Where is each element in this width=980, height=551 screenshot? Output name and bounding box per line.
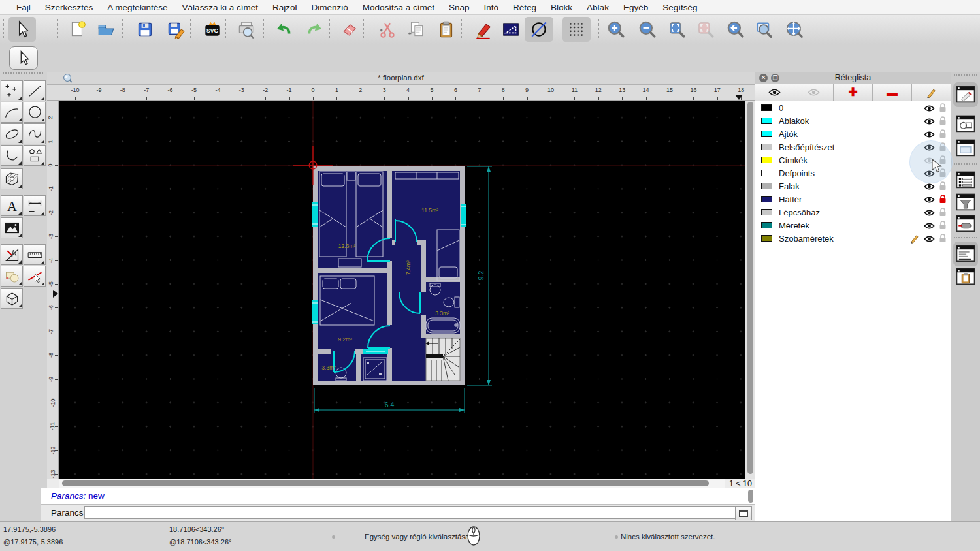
menu-item-egy-b[interactable]: Egyéb (616, 3, 655, 12)
edit-layer-button[interactable] (912, 84, 951, 101)
redo-button[interactable] (301, 17, 330, 42)
delete-button[interactable] (335, 17, 364, 42)
dock-layer-list-button[interactable] (953, 82, 978, 107)
paste-button[interactable] (432, 17, 461, 42)
tool-dimension-button[interactable] (24, 195, 46, 216)
dock-block-list-button[interactable] (953, 112, 978, 136)
save-button[interactable] (131, 17, 159, 42)
drawing-canvas[interactable]: 12.3m² 11.5m² 7.4m² 9.2m² 3.3m² 3.3m² 9.… (59, 101, 745, 479)
save-as-button[interactable] (161, 17, 190, 42)
ortho-mode-button[interactable] (497, 17, 525, 42)
menu-item-f-jl[interactable]: Fájl (9, 3, 38, 12)
menu-item-v-lassza-ki-a-c-met[interactable]: Válassza ki a címet (175, 3, 265, 12)
pan-button[interactable] (780, 17, 809, 42)
tool-ellipse-button[interactable] (1, 123, 23, 144)
layer-lock-toggle[interactable] (939, 129, 947, 141)
lock-icon[interactable] (939, 103, 947, 112)
tool-snap-edit-button[interactable] (24, 266, 46, 287)
lock-icon[interactable] (939, 181, 947, 191)
undo-button[interactable] (269, 17, 297, 42)
zoom-window-button[interactable] (750, 17, 779, 42)
layer-visibility-toggle[interactable] (924, 234, 935, 245)
layer-lock-toggle[interactable] (939, 142, 947, 154)
lock-icon[interactable] (939, 142, 947, 151)
canvas-horizontal-scrollbar[interactable] (59, 479, 725, 488)
selection-tool-button[interactable] (9, 46, 38, 70)
menu-item-seg-ts-g[interactable]: Segítség (655, 3, 704, 12)
menu-item-r-teg[interactable]: Réteg (506, 3, 544, 12)
layer-color-swatch[interactable] (761, 209, 772, 215)
dock-view-list-button[interactable] (953, 168, 978, 193)
menu-item-szerkeszt-s[interactable]: Szerkesztés (38, 3, 101, 12)
eye-icon[interactable] (924, 157, 935, 165)
tool-measure-button[interactable] (24, 244, 46, 265)
add-layer-button[interactable]: ✚ (834, 84, 873, 101)
layer-row[interactable]: Címkék (755, 153, 951, 166)
eye-icon[interactable] (924, 131, 935, 138)
menu-item-a-megtekint-se[interactable]: A megtekintése (100, 3, 174, 12)
layer-visibility-toggle[interactable] (924, 208, 935, 219)
menu-item-blokk[interactable]: Blokk (544, 3, 580, 12)
layer-row[interactable]: Belsőépítészet (755, 140, 951, 153)
layer-lock-toggle[interactable] (939, 116, 947, 128)
layer-lock-toggle[interactable] (939, 168, 947, 180)
layer-row[interactable]: Háttér (755, 193, 951, 206)
eye-icon[interactable] (924, 170, 935, 178)
lock-icon[interactable] (939, 221, 947, 230)
tool-modify-button[interactable] (1, 244, 23, 265)
eye-icon[interactable] (924, 222, 935, 230)
tool-text-button[interactable] (1, 195, 23, 216)
command-options-button[interactable] (735, 506, 752, 520)
menu-item-inf-[interactable]: Infó (477, 3, 506, 12)
layer-lock-toggle[interactable] (939, 195, 947, 206)
layer-color-swatch[interactable] (761, 104, 772, 111)
new-file-button[interactable] (63, 17, 92, 42)
eye-icon[interactable] (924, 118, 935, 125)
dock-library-browser-button[interactable] (953, 136, 978, 161)
menu-item-dimenzi-[interactable]: Dimenzió (304, 3, 355, 12)
lock-icon[interactable] (939, 129, 947, 138)
tool-circle-button[interactable] (24, 102, 46, 123)
lock-icon[interactable] (939, 168, 947, 178)
dock-clipboard-button[interactable] (953, 264, 978, 289)
layer-row[interactable]: Falak (755, 180, 951, 193)
layer-visibility-toggle[interactable] (924, 155, 935, 167)
selection-pointer-button[interactable] (8, 17, 36, 42)
layer-row[interactable]: Lépcsőház (755, 206, 951, 219)
open-file-button[interactable] (91, 17, 120, 42)
command-input[interactable] (84, 506, 741, 519)
canvas-vertical-scrollbar[interactable] (745, 101, 755, 479)
menu-item-m-dos-tsa-a-c-met[interactable]: Módosítsa a címet (355, 3, 442, 12)
dock-command-line-button[interactable] (953, 242, 978, 266)
layer-row[interactable]: Defpoints (755, 166, 951, 180)
eye-icon[interactable] (924, 183, 935, 191)
layer-visibility-toggle[interactable] (924, 195, 935, 206)
layer-color-swatch[interactable] (761, 170, 772, 176)
zoom-in-button[interactable] (602, 17, 630, 42)
document-titlebar[interactable]: * floorplan.dxf (47, 72, 755, 85)
layer-visibility-toggle[interactable] (924, 129, 935, 141)
layer-color-swatch[interactable] (761, 144, 772, 150)
eye-icon[interactable] (924, 196, 935, 204)
layer-color-swatch[interactable] (761, 131, 772, 137)
layer-lock-toggle[interactable] (939, 208, 947, 219)
show-all-layers-button[interactable] (755, 84, 794, 101)
lock-icon[interactable] (939, 116, 947, 125)
layer-visibility-toggle[interactable] (924, 181, 935, 193)
menu-item-snap[interactable]: Snap (442, 3, 477, 12)
eye-icon[interactable] (924, 144, 935, 151)
eye-icon[interactable] (924, 104, 935, 112)
tool-points-button[interactable] (1, 80, 23, 101)
zoom-previous-button[interactable] (721, 17, 750, 42)
grid-toggle-button[interactable] (562, 17, 591, 42)
tool-boolean-button[interactable] (1, 266, 23, 287)
remove-layer-button[interactable]: ▬ (873, 84, 912, 101)
layer-visibility-toggle[interactable] (924, 142, 935, 154)
tool-hatch-button[interactable] (1, 168, 23, 189)
menu-item-rajzol[interactable]: Rajzol (265, 3, 304, 12)
copy-button[interactable] (402, 17, 431, 42)
draw-pencil-button[interactable] (469, 17, 498, 42)
tool-image-button[interactable] (1, 217, 23, 238)
lock-icon[interactable] (939, 208, 947, 217)
layer-lock-toggle[interactable] (939, 221, 947, 232)
